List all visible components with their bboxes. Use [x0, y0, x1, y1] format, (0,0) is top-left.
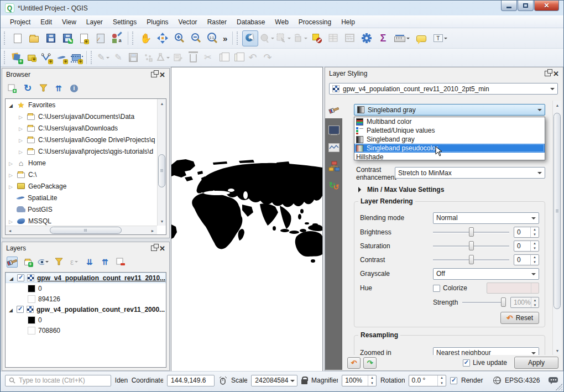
scroll-left-arrow[interactable]: ◄	[6, 226, 14, 235]
tab-history[interactable]: ↻↺	[325, 177, 342, 194]
expander-icon[interactable]	[18, 113, 24, 121]
slider-thumb[interactable]	[469, 241, 474, 250]
strength-spinbox[interactable]: 100%▲▼	[510, 297, 539, 308]
title-bar[interactable]: Q *Untitled Project - QGIS	[1, 1, 563, 15]
map-canvas[interactable]	[171, 67, 323, 372]
browser-item-mssql[interactable]: MSSQL	[6, 215, 157, 226]
brightness-slider[interactable]	[433, 227, 509, 237]
browser-item-home[interactable]: ⌂Home	[6, 157, 157, 169]
deselect-all-button[interactable]	[309, 30, 325, 46]
scrollbar-thumb[interactable]	[158, 154, 165, 187]
browser-vertical-scrollbar[interactable]: ▲ ▼	[157, 99, 166, 226]
legend-value-row[interactable]: 894126	[6, 294, 166, 304]
expand-all-layers-button[interactable]: ⇊	[84, 257, 95, 268]
apply-button[interactable]: Apply	[514, 357, 558, 369]
expander-icon[interactable]	[8, 159, 14, 167]
scrollbar-thumb[interactable]	[553, 113, 561, 309]
scrollbar-thumb[interactable]	[50, 227, 122, 234]
expander-icon[interactable]	[8, 171, 14, 179]
tab-transparency[interactable]	[325, 122, 342, 138]
statistics-button[interactable]: Σ	[375, 30, 391, 46]
blending-mode-combobox[interactable]: Normal	[433, 212, 539, 224]
data-source-manager-button[interactable]: +	[9, 50, 24, 65]
contrast-slider[interactable]	[433, 255, 509, 265]
paste-features-button[interactable]	[231, 50, 245, 65]
toolbar-handle[interactable]	[132, 32, 135, 45]
menu-processing[interactable]: Processing	[294, 17, 336, 28]
new-virtual-layer-button[interactable]: ✱	[69, 50, 83, 65]
slider-thumb[interactable]	[501, 297, 506, 307]
new-project-button[interactable]	[9, 30, 25, 46]
layer-visibility-checkbox[interactable]	[17, 274, 24, 281]
expander-icon[interactable]	[8, 306, 14, 313]
magnifier-spinbox[interactable]: 100%▲▼	[342, 375, 377, 386]
coordinate-input[interactable]: 144.9,149.6	[167, 375, 215, 386]
colorize-checkbox[interactable]	[433, 285, 440, 292]
save-project-button[interactable]	[43, 30, 59, 46]
processing-toolbox-button[interactable]	[358, 30, 374, 46]
deselect-features-button[interactable]	[292, 30, 308, 46]
brightness-spinbox[interactable]: 0▲▼	[514, 227, 539, 238]
browser-horizontal-scrollbar[interactable]: ◄ ►	[6, 226, 157, 234]
option-singleband-pseudocolor[interactable]: Singleband pseudocolor	[354, 144, 545, 153]
scroll-up-arrow[interactable]: ▲	[158, 99, 166, 108]
contrast-spinbox[interactable]: 0▲▼	[514, 254, 539, 265]
manage-map-themes-button[interactable]	[38, 257, 49, 268]
renderer-type-combobox[interactable]: Singleband gray	[354, 104, 545, 116]
legend-value-row[interactable]: 0	[6, 283, 166, 294]
zoom-out-button[interactable]	[187, 30, 203, 46]
save-project-as-button[interactable]: ✎	[59, 30, 75, 46]
new-shapefile-layer-button[interactable]: ✱	[39, 50, 54, 65]
toolbar-handle[interactable]	[4, 32, 7, 45]
modify-attributes-button[interactable]	[171, 50, 185, 65]
menu-database[interactable]: Database	[232, 17, 270, 28]
crs-status[interactable]: EPSG:4326	[505, 377, 540, 384]
strength-slider[interactable]	[462, 297, 506, 307]
toolbar-handle[interactable]	[237, 32, 239, 45]
scroll-down-arrow[interactable]: ▼	[553, 346, 562, 355]
maximize-button[interactable]	[518, 1, 534, 11]
menu-web[interactable]: Web	[270, 17, 293, 28]
contrast-enhancement-combobox[interactable]: Stretch to MinMax	[395, 167, 545, 179]
refresh-button[interactable]: ↻	[22, 83, 33, 94]
open-project-button[interactable]	[26, 30, 42, 46]
browser-item-cdrive[interactable]: C:\	[6, 169, 157, 180]
saturation-spinbox[interactable]: 0▲▼	[514, 241, 539, 252]
browser-item-path[interactable]: C:\Users\ujaval\projects\qgis-tutorials\…	[6, 145, 157, 157]
minmax-settings-header[interactable]: Min / Max Value Settings	[358, 186, 444, 194]
remove-layer-button[interactable]	[115, 257, 126, 268]
select-features-button[interactable]	[275, 30, 291, 46]
rotation-spinbox[interactable]: 0.0 °▲▼	[409, 375, 446, 386]
live-update-checkbox[interactable]	[463, 359, 470, 367]
redo-button[interactable]: ↷	[260, 50, 275, 65]
filter-legend-button[interactable]	[53, 257, 64, 268]
browser-item-path[interactable]: C:\Users\ujaval\Google Drive\Projects\q	[6, 134, 157, 145]
menu-edit[interactable]: Edit	[35, 17, 57, 28]
browser-item-path[interactable]: C:\Users\ujaval\Downloads	[6, 122, 157, 134]
option-hillshade[interactable]: Hillshade	[354, 153, 545, 160]
add-group-button[interactable]: +	[22, 257, 33, 268]
current-edits-button[interactable]: ✎	[96, 50, 111, 65]
field-calculator-button[interactable]	[342, 30, 358, 46]
slider-thumb[interactable]	[469, 255, 474, 264]
menu-view[interactable]: View	[57, 17, 81, 28]
scroll-right-arrow[interactable]: ►	[148, 226, 157, 235]
toolbar-overflow-chevron[interactable]: »	[223, 34, 227, 43]
expander-icon[interactable]	[18, 124, 24, 132]
resize-grip[interactable]	[556, 384, 562, 390]
copy-features-button[interactable]	[216, 50, 230, 65]
layer-visibility-checkbox[interactable]	[17, 306, 24, 313]
float-panel-icon[interactable]	[151, 72, 157, 77]
menu-help[interactable]: Help	[336, 17, 360, 28]
scale-combobox[interactable]: 242084584	[251, 375, 297, 386]
option-paletted-unique-values[interactable]: Paletted/Unique values	[354, 126, 545, 135]
scroll-down-arrow[interactable]: ▼	[158, 217, 166, 226]
toolbar-handle[interactable]	[91, 51, 93, 64]
expander-icon[interactable]	[8, 274, 14, 282]
filter-by-expression-button[interactable]: ε	[69, 257, 80, 268]
new-spatialite-layer-button[interactable]: ✱	[54, 50, 69, 65]
vertex-tool-button[interactable]	[156, 50, 170, 65]
pan-to-selection-button[interactable]	[154, 30, 170, 46]
slider-thumb[interactable]	[469, 227, 474, 237]
reset-button[interactable]: ↶Reset	[500, 312, 539, 324]
